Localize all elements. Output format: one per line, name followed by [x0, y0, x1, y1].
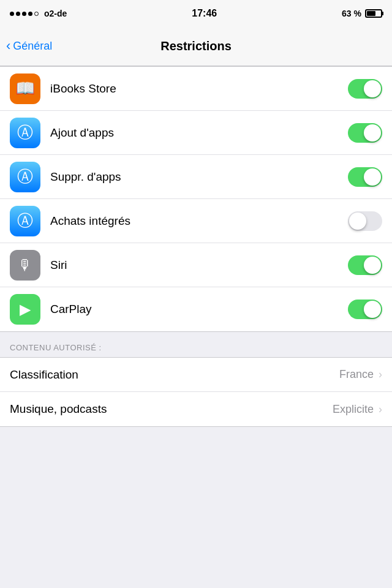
row-ibooks: 📖 iBooks Store [0, 67, 392, 111]
back-label: Général [13, 40, 52, 53]
ibooks-book-icon: 📖 [15, 79, 35, 98]
appstore-a-icon: Ⓐ [17, 122, 33, 143]
musique-label: Musique, podcasts [10, 402, 333, 416]
ibooks-label: iBooks Store [50, 82, 348, 96]
ibooks-toggle-thumb [364, 80, 381, 97]
carplay-icon: ▶ [10, 294, 40, 325]
dot-4 [28, 12, 32, 16]
row-ajout: Ⓐ Ajout d'apps [0, 111, 392, 155]
back-button[interactable]: ‹ Général [6, 40, 52, 53]
nav-bar: ‹ Général Restrictions [0, 27, 392, 66]
dot-3 [22, 12, 26, 16]
siri-toggle-thumb [364, 257, 381, 274]
carrier-label: o2-de [44, 9, 67, 18]
dot-2 [16, 12, 20, 16]
musique-value: Explicite [333, 403, 374, 416]
ibooks-icon: 📖 [10, 74, 40, 104]
carplay-play-icon: ▶ [20, 301, 31, 318]
page-title: Restrictions [160, 39, 232, 53]
classification-chevron-icon: › [379, 368, 382, 381]
siri-icon: 🎙 [10, 250, 40, 281]
battery-icon [365, 9, 382, 18]
row-classification[interactable]: Classification France › [0, 358, 392, 392]
ibooks-toggle[interactable] [348, 79, 382, 99]
battery-percent: 63 % [342, 9, 361, 18]
appstore-a-icon-2: Ⓐ [17, 166, 33, 187]
suppr-toggle-thumb [364, 168, 381, 186]
musique-chevron-icon: › [379, 403, 382, 416]
time-label: 17:46 [192, 8, 217, 19]
appstore-a-icon-3: Ⓐ [17, 210, 33, 232]
achats-icon: Ⓐ [10, 206, 40, 236]
siri-toggle[interactable] [348, 255, 382, 275]
nav-rows-section: Classification France › Musique, podcast… [0, 357, 392, 427]
carplay-toggle[interactable] [348, 300, 382, 319]
back-chevron-icon: ‹ [6, 39, 10, 53]
achats-label: Achats intégrés [50, 214, 348, 228]
classification-label: Classification [10, 368, 339, 382]
microphone-icon: 🎙 [18, 257, 32, 274]
dot-5 [34, 12, 39, 16]
row-carplay: ▶ CarPlay [0, 287, 392, 331]
status-bar: o2-de 17:46 63 % [0, 0, 392, 27]
classification-value: France [339, 368, 374, 381]
dot-1 [10, 12, 14, 16]
suppr-label: Suppr. d'apps [50, 170, 348, 184]
settings-list: 📖 iBooks Store Ⓐ Ajout d'apps Ⓐ Suppr. d… [0, 66, 392, 332]
carplay-toggle-thumb [364, 301, 381, 318]
status-right: 63 % [342, 9, 382, 18]
ajout-toggle-thumb [364, 124, 381, 141]
contenu-autorise-header: CONTENU AUTORISÉ : [0, 332, 392, 357]
carplay-label: CarPlay [50, 303, 348, 316]
status-left: o2-de [10, 9, 67, 18]
suppr-toggle[interactable] [348, 167, 382, 187]
row-suppr: Ⓐ Suppr. d'apps [0, 155, 392, 199]
suppr-icon: Ⓐ [10, 162, 40, 192]
achats-toggle[interactable] [348, 211, 382, 231]
achats-toggle-thumb [349, 213, 366, 230]
ajout-toggle[interactable] [348, 123, 382, 143]
battery-fill [367, 11, 375, 16]
row-achats: Ⓐ Achats intégrés [0, 199, 392, 243]
row-musique[interactable]: Musique, podcasts Explicite › [0, 392, 392, 426]
siri-label: Siri [50, 258, 348, 272]
signal-dots [10, 12, 39, 16]
row-siri: 🎙 Siri [0, 243, 392, 287]
ajout-label: Ajout d'apps [50, 126, 348, 140]
ajout-icon: Ⓐ [10, 118, 40, 148]
